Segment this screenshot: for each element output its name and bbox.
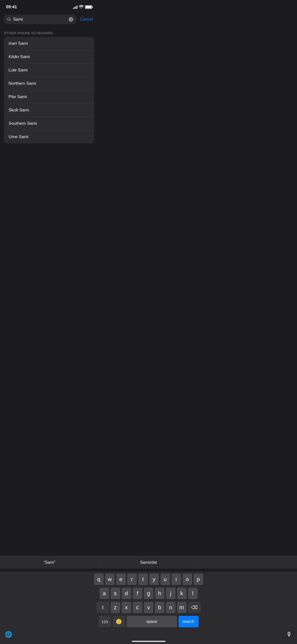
clear-button[interactable]: ✕ (69, 17, 73, 22)
search-bar-container: ✕ Cancel (0, 13, 98, 26)
cancel-button[interactable]: Cancel (79, 17, 94, 22)
result-item-5[interactable]: Pite Sami (4, 90, 94, 104)
wifi-icon (79, 5, 83, 9)
status-time: 09:41 (6, 5, 17, 10)
search-input-wrapper[interactable]: ✕ (4, 15, 76, 24)
result-item-4[interactable]: Northern Sami (4, 77, 94, 90)
result-item-1[interactable]: Inari Sami (4, 37, 94, 50)
signal-icon (73, 5, 77, 9)
results-section: OTHER IPHONE KEYBOARDS Inari SamiKildin … (0, 26, 98, 143)
search-input[interactable] (13, 17, 67, 22)
status-bar: 09:41 (0, 0, 98, 13)
result-item-6[interactable]: Skolt Sami (4, 104, 94, 117)
status-icons (73, 5, 92, 9)
result-item-2[interactable]: Kildin Sami (4, 50, 94, 64)
battery-icon (85, 5, 92, 9)
result-item-7[interactable]: Southern Sami (4, 117, 94, 130)
section-label: OTHER IPHONE KEYBOARDS (4, 31, 94, 35)
results-list: Inari SamiKildin SamiLule SamiNorthern S… (4, 37, 94, 143)
result-item-8[interactable]: Ume Sami (4, 130, 94, 143)
search-icon (7, 17, 11, 21)
result-item-3[interactable]: Lule Sami (4, 64, 94, 77)
